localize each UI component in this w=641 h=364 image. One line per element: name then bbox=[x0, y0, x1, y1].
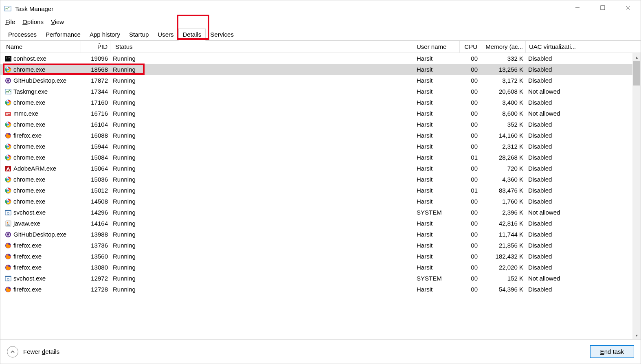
process-row[interactable]: GitHubDesktop.exe17872RunningHarsit003,1… bbox=[0, 75, 641, 86]
menu-view[interactable]: View bbox=[51, 18, 64, 25]
tab-users[interactable]: Users bbox=[153, 29, 178, 40]
process-memory: 8,600 K bbox=[480, 110, 526, 117]
tab-services[interactable]: Services bbox=[206, 29, 238, 40]
process-memory: 42,816 K bbox=[480, 220, 526, 227]
col-header-pid[interactable]: PID ⌄ bbox=[81, 41, 110, 53]
scroll-down-icon[interactable]: ▾ bbox=[632, 331, 641, 339]
tab-startup[interactable]: Startup bbox=[125, 29, 153, 40]
process-user: Harsit bbox=[414, 55, 460, 62]
tab-processes[interactable]: Processes bbox=[4, 29, 41, 40]
process-row[interactable]: GitHubDesktop.exe13988RunningHarsit0011,… bbox=[0, 229, 641, 240]
process-row[interactable]: firefox.exe13560RunningHarsit00182,432 K… bbox=[0, 251, 641, 262]
process-name: firefox.exe bbox=[13, 253, 42, 260]
process-row[interactable]: mmc.exe16716RunningHarsit008,600 KNot al… bbox=[0, 108, 641, 119]
process-pid: 19096 bbox=[81, 55, 110, 62]
col-header-uac[interactable]: UAC virtualizati... bbox=[526, 41, 580, 53]
process-memory: 152 K bbox=[480, 275, 526, 282]
scroll-thumb[interactable] bbox=[633, 61, 640, 86]
process-status: Running bbox=[110, 77, 414, 84]
minimize-button[interactable] bbox=[565, 0, 590, 15]
process-status: Running bbox=[110, 264, 414, 271]
process-cpu: 00 bbox=[460, 253, 480, 260]
scroll-track[interactable] bbox=[632, 61, 641, 331]
maximize-button[interactable] bbox=[590, 0, 615, 15]
process-user: Harsit bbox=[414, 121, 460, 128]
process-memory: 20,608 K bbox=[480, 88, 526, 95]
process-uac: Disabled bbox=[526, 55, 580, 62]
vertical-scrollbar[interactable]: ▴ ▾ bbox=[632, 53, 641, 339]
process-row[interactable]: firefox.exe13736RunningHarsit0021,856 KD… bbox=[0, 240, 641, 251]
close-button[interactable] bbox=[615, 0, 641, 15]
process-row[interactable]: chrome.exe18568RunningHarsit0013,256 KDi… bbox=[0, 64, 641, 75]
svg-rect-2 bbox=[601, 6, 605, 10]
process-user: Harsit bbox=[414, 242, 460, 249]
process-name: chrome.exe bbox=[13, 154, 45, 161]
process-uac: Disabled bbox=[526, 154, 580, 161]
process-cpu: 00 bbox=[460, 264, 480, 271]
process-row[interactable]: svchost.exe14296RunningSYSTEM002,396 KNo… bbox=[0, 207, 641, 218]
svg-point-45 bbox=[7, 200, 9, 202]
process-row[interactable]: chrome.exe15944RunningHarsit002,312 KDis… bbox=[0, 141, 641, 152]
scroll-up-icon[interactable]: ▴ bbox=[632, 53, 641, 61]
process-row[interactable]: chrome.exe15084RunningHarsit0128,268 KDi… bbox=[0, 152, 641, 163]
process-row[interactable]: Taskmgr.exe17344RunningHarsit0020,608 KN… bbox=[0, 86, 641, 97]
process-status: Running bbox=[110, 99, 414, 106]
fewer-details-button[interactable]: Fewer details bbox=[7, 346, 59, 357]
process-name: svchost.exe bbox=[13, 209, 46, 216]
process-row[interactable]: AdobeARM.exe15064RunningHarsit00720 KDis… bbox=[0, 163, 641, 174]
process-status: Running bbox=[110, 110, 414, 117]
process-row[interactable]: chrome.exe15012RunningHarsit0183,476 KDi… bbox=[0, 185, 641, 196]
process-uac: Disabled bbox=[526, 198, 580, 205]
menu-options[interactable]: Options bbox=[22, 18, 44, 25]
tab-app-history[interactable]: App history bbox=[85, 29, 125, 40]
process-row[interactable]: firefox.exe13080RunningHarsit0022,020 KD… bbox=[0, 262, 641, 273]
process-pid: 15036 bbox=[81, 176, 110, 183]
process-pid: 16104 bbox=[81, 121, 110, 128]
process-cpu: 00 bbox=[460, 66, 480, 73]
process-memory: 2,312 K bbox=[480, 143, 526, 150]
chrome-icon bbox=[4, 143, 12, 150]
process-row[interactable]: chrome.exe16104RunningHarsit00352 KDisab… bbox=[0, 119, 641, 130]
col-header-cpu[interactable]: CPU bbox=[460, 41, 480, 53]
process-uac: Disabled bbox=[526, 143, 580, 150]
process-memory: 3,172 K bbox=[480, 77, 526, 84]
process-name: firefox.exe bbox=[13, 242, 42, 249]
sort-descending-icon: ⌄ bbox=[98, 41, 101, 45]
process-memory: 83,476 K bbox=[480, 187, 526, 194]
console-icon: C:\ bbox=[4, 55, 12, 62]
process-memory: 182,432 K bbox=[480, 253, 526, 260]
process-name: chrome.exe bbox=[13, 187, 45, 194]
process-name: firefox.exe bbox=[13, 264, 42, 271]
col-header-memory[interactable]: Memory (ac... bbox=[480, 41, 526, 53]
process-row[interactable]: chrome.exe17160RunningHarsit003,400 KDis… bbox=[0, 97, 641, 108]
process-row[interactable]: firefox.exe12728RunningHarsit0054,396 KD… bbox=[0, 284, 641, 295]
process-user: Harsit bbox=[414, 220, 460, 227]
process-user: SYSTEM bbox=[414, 209, 460, 216]
process-name: chrome.exe bbox=[13, 99, 45, 106]
process-user: Harsit bbox=[414, 176, 460, 183]
process-uac: Not allowed bbox=[526, 88, 580, 95]
process-user: Harsit bbox=[414, 154, 460, 161]
process-pid: 15064 bbox=[81, 165, 110, 172]
end-task-button[interactable]: End task bbox=[590, 345, 634, 358]
col-header-status[interactable]: Status bbox=[110, 41, 414, 53]
process-status: Running bbox=[110, 198, 414, 205]
tab-performance[interactable]: Performance bbox=[41, 29, 85, 40]
process-row[interactable]: C:\conhost.exe19096RunningHarsit00332 KD… bbox=[0, 53, 641, 64]
process-row[interactable]: chrome.exe15036RunningHarsit004,360 KDis… bbox=[0, 174, 641, 185]
process-row[interactable]: chrome.exe14508RunningHarsit001,760 KDis… bbox=[0, 196, 641, 207]
process-user: Harsit bbox=[414, 198, 460, 205]
col-header-name[interactable]: Name bbox=[0, 41, 81, 53]
col-header-user[interactable]: User name bbox=[414, 41, 460, 53]
process-cpu: 00 bbox=[460, 77, 480, 84]
process-cpu: 00 bbox=[460, 231, 480, 238]
process-cpu: 00 bbox=[460, 220, 480, 227]
tab-details[interactable]: Details bbox=[178, 29, 206, 41]
process-row[interactable]: javaw.exe14164RunningHarsit0042,816 KDis… bbox=[0, 218, 641, 229]
process-row[interactable]: firefox.exe16088RunningHarsit0014,160 KD… bbox=[0, 130, 641, 141]
svg-rect-18 bbox=[6, 113, 10, 114]
process-name: javaw.exe bbox=[13, 220, 40, 227]
menu-file[interactable]: File bbox=[5, 18, 15, 25]
process-pid: 12972 bbox=[81, 275, 110, 282]
process-row[interactable]: svchost.exe12972RunningSYSTEM00152 KNot … bbox=[0, 273, 641, 284]
